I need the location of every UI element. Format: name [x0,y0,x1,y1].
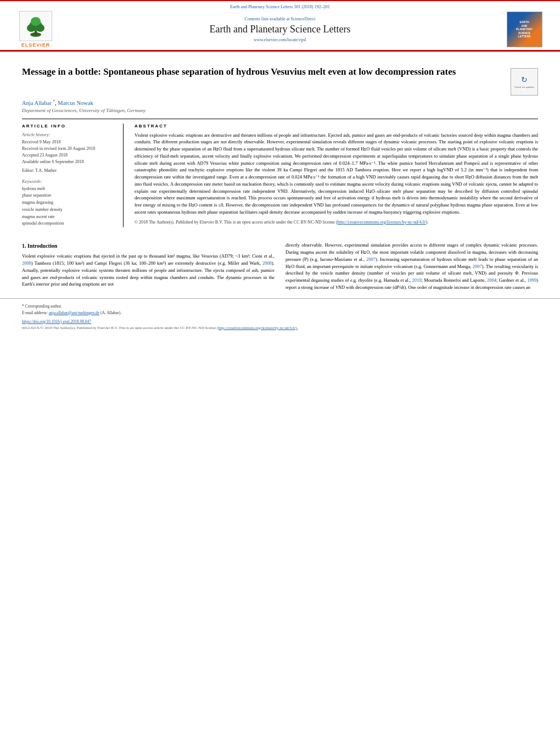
email-line: E-mail address: anja.allabar@uni-tuebing… [22,310,538,316]
cc-license-link[interactable]: http://creativecommons.org/licenses/by-n… [338,220,426,225]
info-abstract-row: ARTICLE INFO Article history: Received 9… [22,119,538,228]
ref-hamada-2010[interactable]: 2010 [412,277,422,283]
body-two-col: 1. Introduction Violent explosive volcan… [22,242,538,293]
ref-cioni-2008[interactable]: 2008 [22,260,31,266]
journal-title-center: Contents lists available at ScienceDirec… [66,16,494,42]
article-info-col: ARTICLE INFO Article history: Received 9… [22,124,124,228]
article-section: Message in a bottle: Spontaneous phase s… [0,52,560,227]
ref-gonnermann-2007[interactable]: 2007 [473,264,482,269]
journal-main-title: Earth and Planetary Science Letters [66,24,494,35]
article-info-heading: ARTICLE INFO [22,124,116,129]
elsevier-logo: ELSEVIER [19,11,52,48]
accepted-date: Accepted 23 August 2018 [22,152,116,159]
article-title-row: Message in a bottle: Spontaneous phase s… [22,66,538,96]
sciencedirect-link[interactable]: ScienceDirect [291,16,316,21]
author-1: Anja Allabar [22,100,52,106]
received-date: Received 9 May 2018 [22,139,116,146]
body-section: 1. Introduction Violent explosive volcan… [0,235,560,293]
journal-issue-info: Earth and Planetary Science Letters 501 … [11,4,549,9]
authors-line: Anja Allabar *, Marcus Nowak [22,99,538,106]
intro-heading: 1. Introduction [22,242,275,250]
page-footer: * Corresponding author. E-mail address: … [0,298,560,334]
keyword-4: vesicle number density [22,207,116,214]
intro-left-col: 1. Introduction Violent explosive volcan… [22,242,275,293]
editor-line: Editor: T.A. Mather [22,168,116,174]
elsevier-brand-name: ELSEVIER [21,42,51,48]
journal-url[interactable]: www.elsevier.com/locate/epsl [66,37,494,42]
keywords-heading: Keywords: [22,178,116,184]
page: Earth and Planetary Science Letters 501 … [0,0,560,742]
keyword-1: hydrous melt [22,186,116,193]
contents-line: Contents lists available at ScienceDirec… [66,16,494,21]
abstract-col: ABSTRACT Violent explosive volcanic erup… [135,124,538,228]
abstract-text: Violent explosive volcanic eruptions are… [135,132,538,226]
corresponding-author-note: * Corresponding author. [22,303,538,310]
keyword-2: phase separation [22,192,116,199]
intro-left-text: Violent explosive volcanic eruptions tha… [22,253,275,288]
footer-license-link[interactable]: (http://creativecommons.org/licenses/by-… [217,326,298,330]
svg-point-5 [31,17,41,26]
check-updates-label: Check for updates [514,86,534,88]
abstract-heading: ABSTRACT [135,124,538,129]
keywords-section: Keywords: hydrous melt phase separation … [22,178,116,228]
abstract-copyright: © 2018 The Author(s). Published by Elsev… [135,219,538,226]
elsevier-logo-area: ELSEVIER [11,11,60,48]
intro-right-col: directly observable. However, experiment… [285,242,538,293]
ref-miller-2008[interactable]: 2008 [262,260,272,266]
article-history-heading: Article history: [22,132,116,137]
available-online-date: Available online 6 September 2018 [22,159,116,165]
ref-mourtada-2004[interactable]: 2004 [487,277,496,283]
keyword-5: magma ascent rate [22,214,116,221]
check-updates-icon: ↻ [521,75,528,85]
corresponding-marker: * [53,99,55,103]
check-updates-badge[interactable]: ↻ Check for updates [511,68,538,96]
ref-iacono-2007[interactable]: 2007 [366,256,376,262]
earth-journal-logo: EARTHANDPLANETARYSCIENCELETTERS [500,12,549,47]
article-history-section: Article history: Received 9 May 2018 Rec… [22,132,116,174]
ref-gardner-1999[interactable]: 1999 [527,277,536,283]
doi-url[interactable]: https://doi.org/10.1016/j.epsl.2018.08.0… [22,319,91,324]
affiliation: Department of Geosciences, University of… [22,108,538,113]
earth-logo-graphic: EARTHANDPLANETARYSCIENCELETTERS [507,12,542,47]
footer-copyright: 0012-821X/© 2018 The Author(s). Publishe… [22,325,538,331]
author-2: Marcus Nowak [58,100,93,106]
journal-header: Earth and Planetary Science Letters 501 … [0,1,560,51]
intro-right-text: directly observable. However, experiment… [285,242,538,291]
elsevier-tree-icon [19,11,52,41]
journal-title-row: ELSEVIER Contents lists available at Sci… [11,11,549,48]
doi-link[interactable]: https://doi.org/10.1016/j.epsl.2018.08.0… [22,319,538,324]
received-revised-date: Received in revised form 20 August 2018 [22,146,116,152]
article-title: Message in a bottle: Spontaneous phase s… [22,66,504,78]
keyword-6: spinodal decomposition [22,220,116,227]
author-email-link[interactable]: anja.allabar@uni-tuebingen.de [49,310,99,315]
keywords-list: hydrous melt phase separation magma dega… [22,186,116,228]
keyword-3: magma degassing [22,199,116,207]
